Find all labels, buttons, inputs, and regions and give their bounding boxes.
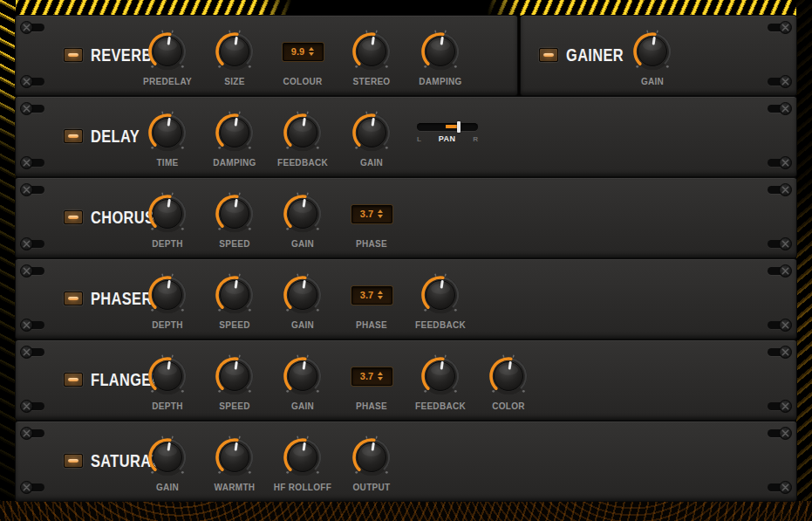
screw-head-icon — [779, 264, 792, 278]
chorus-power-button[interactable] — [64, 210, 83, 224]
decrement-icon[interactable] — [309, 52, 314, 56]
knob-dial-icon[interactable] — [212, 272, 257, 318]
knob-dial-icon[interactable] — [280, 272, 325, 318]
rack-row-2: DELAY TIME DAMPING FEEDBACK GAINLPANR — [16, 97, 796, 176]
decrement-icon[interactable] — [378, 215, 383, 218]
phaser-power-button[interactable] — [64, 291, 83, 305]
knob-dial-icon[interactable] — [145, 435, 190, 480]
screw-head-icon — [20, 75, 33, 88]
phase-value-box[interactable]: 3.7 — [351, 205, 392, 223]
knob-dial-icon[interactable] — [212, 435, 257, 480]
knob-label: DEPTH — [152, 239, 182, 249]
speed-knob[interactable]: SPEED — [201, 270, 269, 330]
knob-dial-icon[interactable] — [418, 272, 463, 318]
speed-knob[interactable]: SPEED — [201, 189, 269, 249]
knob-label: COLOR — [492, 401, 525, 411]
screw-icon — [762, 319, 792, 332]
increment-icon[interactable] — [378, 291, 383, 294]
screw-icon — [20, 264, 50, 278]
screw-head-icon — [20, 319, 33, 332]
gain-knob[interactable]: GAIN — [618, 26, 686, 86]
knob-dial-icon[interactable] — [349, 435, 394, 480]
increment-icon[interactable] — [309, 47, 314, 51]
damping-knob[interactable]: DAMPING — [406, 26, 474, 86]
delay-power-button[interactable] — [64, 129, 83, 143]
module-saturator: SATURAT GAIN WARMTH HF ROLLOFF OUTPUT — [16, 422, 796, 501]
gain-knob[interactable]: GAIN — [269, 189, 337, 249]
warmth-knob[interactable]: WARMTH — [201, 432, 269, 492]
pan-handle[interactable] — [457, 121, 461, 133]
increment-icon[interactable] — [378, 209, 383, 213]
knob-dial-icon[interactable] — [212, 29, 257, 74]
phase-value-box[interactable]: 3.7 — [351, 286, 392, 305]
saturat-power-button[interactable] — [64, 454, 83, 468]
pan-track[interactable] — [417, 123, 478, 131]
pan-slider[interactable]: LPANR — [413, 107, 481, 158]
pan-right-label: R — [473, 135, 478, 143]
gain-knob[interactable]: GAIN — [269, 270, 337, 330]
reverb-power-button[interactable] — [64, 48, 83, 62]
feedback-knob[interactable]: FEEDBACK — [406, 351, 474, 411]
knob-dial-icon[interactable] — [280, 191, 325, 237]
stepper-label: PHASE — [356, 401, 387, 411]
plugin-window: REVERB PREDELAY SIZE9.9COLOUR STEREO DAM… — [0, 0, 812, 521]
knob-dial-icon[interactable] — [145, 29, 190, 74]
colour-value-box[interactable]: 9.9 — [283, 43, 324, 61]
output-knob[interactable]: OUTPUT — [338, 432, 406, 492]
damping-knob[interactable]: DAMPING — [201, 107, 269, 168]
color-knob[interactable]: COLOR — [474, 351, 542, 411]
knob-label: DEPTH — [152, 320, 182, 330]
knob-label: GAIN — [291, 401, 314, 411]
screw-icon — [20, 156, 50, 169]
screw-icon — [20, 102, 50, 115]
time-knob[interactable]: TIME — [133, 107, 201, 168]
knob-dial-icon[interactable] — [212, 353, 257, 399]
screw-icon — [20, 237, 50, 250]
gain-knob[interactable]: GAIN — [269, 351, 337, 411]
knob-dial-icon[interactable] — [145, 272, 190, 318]
feedback-knob[interactable]: FEEDBACK — [406, 270, 474, 330]
depth-knob[interactable]: DEPTH — [133, 270, 201, 330]
stereo-knob[interactable]: STEREO — [338, 26, 406, 86]
decrement-icon[interactable] — [378, 377, 383, 380]
screw-icon — [762, 102, 792, 115]
screw-icon — [762, 21, 792, 34]
knob-dial-icon[interactable] — [280, 110, 325, 155]
knob-dial-icon[interactable] — [630, 29, 675, 74]
gain-knob[interactable]: GAIN — [133, 432, 201, 492]
gain-knob[interactable]: GAIN — [338, 107, 406, 168]
knob-dial-icon[interactable] — [212, 110, 257, 155]
module-chorus: CHORUS DEPTH SPEED GAIN3.7PHASE — [16, 178, 796, 257]
screw-head-icon — [20, 21, 33, 34]
depth-knob[interactable]: DEPTH — [133, 189, 201, 249]
knob-dial-icon[interactable] — [212, 191, 257, 237]
screw-head-icon — [20, 264, 33, 278]
phase-value-box[interactable]: 3.7 — [351, 367, 392, 386]
knob-label: DEPTH — [152, 401, 182, 411]
screw-icon — [762, 156, 792, 169]
speed-knob[interactable]: SPEED — [201, 351, 269, 411]
gainer-power-button[interactable] — [539, 48, 558, 62]
knob-dial-icon[interactable] — [145, 110, 190, 155]
screw-head-icon — [779, 427, 792, 440]
decrement-icon[interactable] — [378, 296, 383, 299]
knob-dial-icon[interactable] — [418, 353, 463, 399]
knob-dial-icon[interactable] — [280, 435, 325, 480]
knob-dial-icon[interactable] — [349, 29, 394, 74]
flanger-power-button[interactable] — [64, 373, 83, 387]
knob-dial-icon[interactable] — [418, 29, 463, 74]
knob-dial-icon[interactable] — [145, 353, 190, 399]
knob-dial-icon[interactable] — [486, 353, 531, 399]
knob-dial-icon[interactable] — [280, 353, 325, 399]
knob-dial-icon[interactable] — [349, 110, 394, 155]
screw-head-icon — [779, 21, 792, 34]
power-led-icon — [68, 53, 78, 57]
feedback-knob[interactable]: FEEDBACK — [269, 107, 337, 168]
hf-rolloff-knob[interactable]: HF ROLLOFF — [269, 432, 337, 492]
knob-dial-icon[interactable] — [145, 191, 190, 237]
predelay-knob[interactable]: PREDELAY — [133, 26, 201, 86]
depth-knob[interactable]: DEPTH — [133, 351, 201, 411]
size-knob[interactable]: SIZE — [201, 26, 269, 86]
increment-icon[interactable] — [378, 372, 383, 375]
knob-label: OUTPUT — [353, 483, 391, 492]
